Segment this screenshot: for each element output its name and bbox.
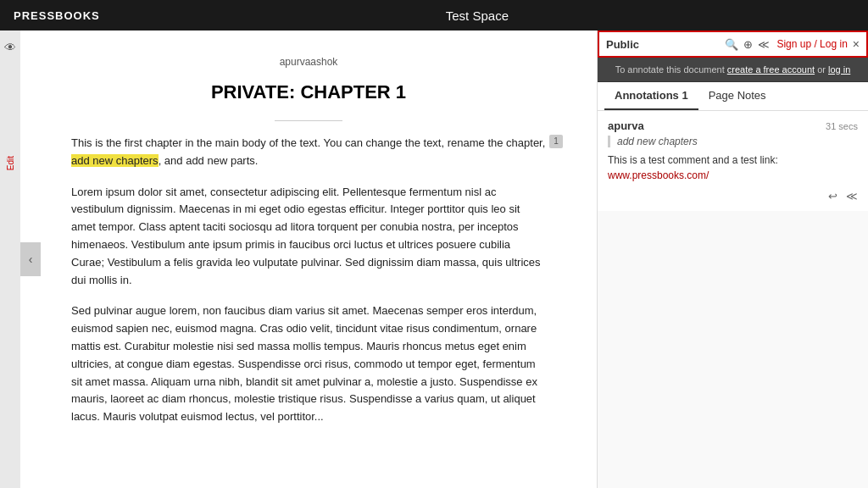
content-area: apurvaashok PRIVATE: CHAPTER 1 This is t… [20,30,597,488]
page-title: Test Space [100,8,854,23]
annotation-actions: ↩ ≪ [608,190,858,202]
annotation-notice: To annotate this document create a free … [598,58,868,82]
paragraph-2: Lorem ipsum dolor sit amet, consectetur … [71,184,546,290]
brand-logo: PRESSBOOKS [14,9,100,22]
right-panel: Public 🔍 ⊕ ≪ Sign up / Log in × To annot… [597,30,868,488]
paragraph-1: This is the first chapter in the main bo… [71,135,546,170]
close-button[interactable]: × [853,37,860,51]
share-icon[interactable]: ≪ [758,38,770,51]
annotation-header: apurva 31 secs [608,119,858,132]
create-account-link[interactable]: create a free account [727,64,815,75]
annotation-comment: This is a test comment and a test link: … [608,152,858,183]
separator [275,120,342,121]
signup-link[interactable]: Sign up / Log in [776,38,847,50]
share-action-icon[interactable]: ≪ [846,190,858,202]
tab-annotations[interactable]: Annotations 1 [604,82,698,110]
annotation-link[interactable]: www.pressbooks.com/ [608,169,709,181]
annotation-time: 31 secs [826,121,858,131]
public-label: Public [606,38,725,51]
left-sidebar: 👁 Edit [0,30,20,488]
back-button[interactable]: ‹ [20,242,41,276]
annotation-quote: add new chapters [608,136,858,147]
annotation-tabs: Annotations 1 Page Notes [598,82,868,111]
edit-label[interactable]: Edit [6,156,15,170]
annotation-user: apurva [608,119,644,132]
tab-page-notes[interactable]: Page Notes [698,82,776,110]
annotate-icon[interactable]: ⊕ [743,38,753,51]
top-nav: PRESSBOOKS Test Space [0,0,868,30]
annotation-entry: apurva 31 secs add new chapters This is … [598,111,868,211]
search-icon[interactable]: 🔍 [725,38,738,51]
topbar-icons: 🔍 ⊕ ≪ [725,38,770,51]
login-link[interactable]: log in [828,64,850,75]
eye-icon[interactable]: 👁 [4,41,16,54]
username-display: apurvaashok [71,56,546,68]
rp-topbar: Public 🔍 ⊕ ≪ Sign up / Log in × [598,30,868,58]
paragraph-3: Sed pulvinar augue lorem, non faucibus d… [71,302,546,426]
chapter-title: PRIVATE: CHAPTER 1 [71,81,546,103]
annotation-marker[interactable]: 1 [549,135,563,148]
highlighted-text: add new chapters [71,154,159,167]
main-layout: 👁 Edit apurvaashok PRIVATE: CHAPTER 1 Th… [0,30,868,488]
reply-icon[interactable]: ↩ [828,190,837,202]
